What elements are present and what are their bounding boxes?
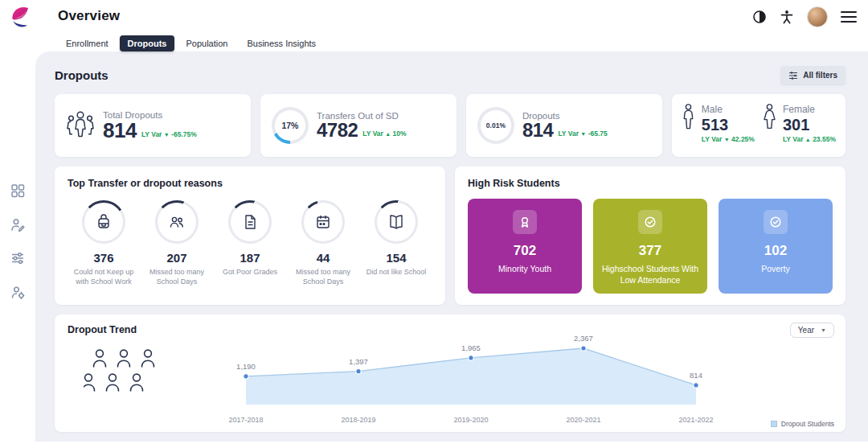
reason-item: 154 Did not like School: [360, 200, 432, 286]
reasons-title: Top Transfer or dropout reasons: [68, 178, 432, 189]
male-icon: [682, 104, 695, 131]
chart-legend: Dropout Students: [771, 420, 834, 428]
triangle-up-icon: ▲: [385, 131, 391, 137]
transfers-gauge: 17%: [272, 107, 309, 144]
attendance-icon: [168, 213, 186, 231]
all-filters-button[interactable]: All filters: [780, 66, 845, 84]
risk-label: Poverty: [719, 263, 833, 274]
left-sidebar: [0, 34, 35, 448]
svg-text:2021-2022: 2021-2022: [678, 416, 713, 424]
svg-text:2020-2021: 2020-2021: [566, 416, 600, 424]
hamburger-menu-icon: [841, 10, 857, 23]
svg-text:2018-2019: 2018-2019: [341, 416, 375, 424]
reason-gauge: [301, 200, 345, 244]
reason-gauge: [155, 200, 199, 244]
female-icon: [763, 104, 776, 131]
ly-var-badge: LY Var ▼ -65.75: [558, 129, 607, 138]
reason-item: 44 Missed too many School Days: [287, 200, 359, 286]
dropouts-gauge: 0.01%: [477, 107, 514, 144]
ly-var-badge: LY Var ▼ 42.25%: [702, 135, 755, 143]
kpi-value: 513: [702, 117, 755, 134]
reason-label: Got Poor Grades: [214, 267, 286, 277]
section-title: Dropouts: [55, 68, 108, 82]
kpi-label: Female: [783, 104, 836, 115]
user-avatar-button[interactable]: [807, 6, 828, 27]
reason-gauge: [82, 200, 125, 244]
svg-text:2019-2020: 2019-2020: [453, 416, 488, 424]
trend-chart: 1,1902017-20181,3972018-20191,9652019-20…: [174, 329, 841, 425]
tab-dropouts[interactable]: Dropouts: [120, 35, 175, 51]
triangle-up-icon: ▲: [805, 137, 811, 142]
accessibility-button[interactable]: [780, 10, 794, 24]
legend-swatch: [771, 421, 777, 427]
schoolwork-icon: [95, 213, 113, 231]
reason-label: Missed too many School Days: [287, 267, 359, 286]
kpi-value: 814: [103, 120, 137, 141]
svg-text:814: 814: [690, 371, 702, 380]
reason-item: 376 Could not Keep up with School Work: [68, 200, 140, 286]
crowd-icon: [84, 347, 164, 408]
risk-tile-minority-youth: 702 Minority Youth: [468, 199, 582, 294]
risk-value: 377: [593, 243, 707, 259]
app-logo-icon[interactable]: [8, 4, 34, 30]
ly-var-badge: LY Var ▲ 10%: [362, 129, 406, 138]
contrast-toggle-button[interactable]: [752, 10, 767, 24]
contrast-icon: [752, 10, 767, 24]
reason-value: 187: [214, 251, 286, 265]
triangle-down-icon: ▼: [580, 131, 586, 137]
sidebar-item-students[interactable]: [10, 217, 25, 232]
reason-label: Missed too many School Days: [141, 267, 213, 286]
legend-label: Dropout Students: [781, 420, 834, 428]
kpi-value: 301: [783, 117, 836, 134]
reason-item: 187 Got Poor Grades: [214, 200, 286, 286]
tab-population[interactable]: Population: [178, 35, 235, 51]
gauge-percent: 0.01%: [481, 110, 511, 141]
tab-business-insights[interactable]: Business Insights: [239, 35, 324, 51]
sidebar-item-filters[interactable]: [10, 251, 25, 265]
triangle-down-icon: ▼: [724, 137, 730, 142]
school-icon: [387, 213, 405, 231]
svg-text:1,965: 1,965: [461, 343, 481, 352]
gauge-percent: 17%: [275, 110, 305, 141]
svg-text:1,190: 1,190: [236, 362, 256, 371]
sidebar-item-profile[interactable]: [10, 285, 25, 299]
risk-label: Minority Youth: [468, 263, 582, 274]
high-risk-card: High Risk Students 702 Minority Youth 37…: [455, 166, 845, 305]
reasons-card: Top Transfer or dropout reasons 376 Coul…: [55, 166, 445, 305]
high-risk-title: High Risk Students: [468, 178, 833, 189]
svg-text:1,397: 1,397: [349, 357, 368, 366]
reason-value: 207: [141, 251, 213, 265]
calendar-icon: [314, 213, 332, 231]
ly-var-badge: LY Var ▼ -65.75%: [141, 130, 197, 138]
kpi-female: Female 301 LY Var ▲ 23.55%: [763, 104, 836, 147]
kpi-male-female: Male 513 LY Var ▼ 42.25%: [672, 94, 845, 157]
sidebar-item-dashboard[interactable]: [10, 183, 25, 198]
people-group-icon: [66, 109, 95, 142]
reason-value: 376: [68, 251, 140, 265]
reason-item: 207 Missed too many School Days: [141, 200, 213, 286]
filter-sliders-icon: [788, 72, 798, 80]
triangle-down-icon: ▼: [164, 132, 170, 138]
kpi-row: Total Dropouts 814 LY Var ▼ -65.75%: [55, 94, 845, 157]
menu-button[interactable]: [841, 10, 857, 23]
risk-value: 702: [468, 243, 582, 259]
risk-label: Highschool Students With Low Attendance: [593, 263, 707, 286]
risk-tile-low-attendance: 377 Highschool Students With Low Attenda…: [593, 199, 707, 294]
sliders-icon: [10, 251, 25, 265]
dashboard-grid-icon: [10, 183, 25, 198]
ly-var-badge: LY Var ▲ 23.55%: [783, 135, 836, 143]
reason-value: 154: [360, 251, 432, 265]
reason-gauge: [375, 200, 418, 244]
kpi-male: Male 513 LY Var ▼ 42.25%: [682, 104, 755, 147]
tab-enrollment[interactable]: Enrollment: [58, 35, 117, 51]
kpi-label: Male: [702, 104, 755, 115]
risk-tile-poverty: 102 Poverty: [719, 199, 833, 294]
kpi-value: 814: [522, 121, 554, 140]
reason-label: Could not Keep up with School Work: [68, 267, 140, 286]
check-badge-icon: [644, 216, 657, 228]
page-title: Overview: [58, 8, 120, 24]
kpi-dropouts-pct: 0.01% Dropouts 814 LY Var ▼ -65.75: [466, 94, 662, 157]
svg-text:2,367: 2,367: [574, 334, 593, 343]
accessibility-icon: [780, 10, 794, 24]
user-avatar: [807, 6, 828, 27]
